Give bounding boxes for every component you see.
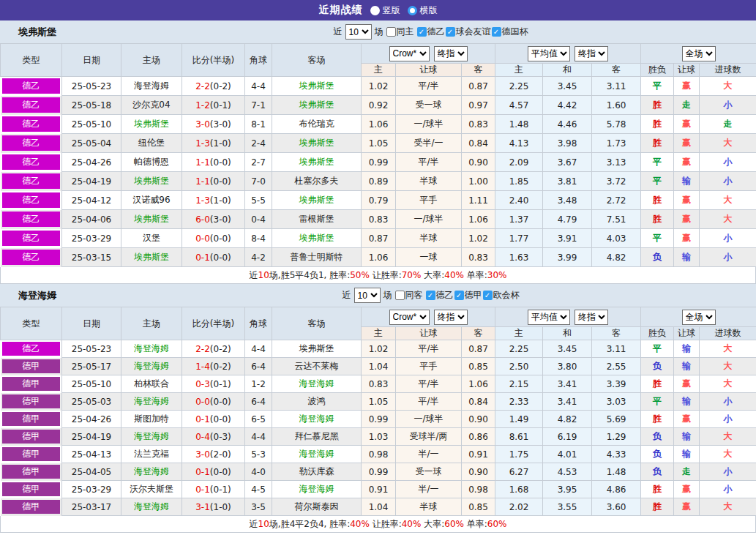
result-goals: 大 xyxy=(700,446,756,463)
match-date: 25-04-19 xyxy=(62,428,121,446)
results-table: 类型 日期 主场 比分(半场) 角球 客场 Crow* 终指 平均值 xyxy=(0,43,756,267)
home-team: 沃尔夫斯堡 xyxy=(121,481,182,498)
league-badge: 德乙 xyxy=(2,342,61,356)
handicap-home-odds: 1.03 xyxy=(362,428,396,446)
league-filter[interactable]: ✓球会友谊 xyxy=(446,26,491,38)
away-team: 勒沃库森 xyxy=(272,463,362,481)
same-venue-label[interactable]: 同主 xyxy=(397,26,414,38)
league-badge: 德乙 xyxy=(2,212,61,227)
league-filter[interactable]: ✓德甲 xyxy=(454,289,482,302)
match-date: 25-05-23 xyxy=(62,77,121,96)
summary-segment: 50% xyxy=(350,270,370,280)
column-header-date: 日期 xyxy=(62,307,121,340)
league-check-label[interactable]: 德国杯 xyxy=(502,26,528,38)
bookmaker-select[interactable]: Crow* xyxy=(389,46,430,61)
league-check-label[interactable]: 德甲 xyxy=(465,289,482,302)
result-handicap: 赢 xyxy=(674,210,700,229)
checkbox-checked-icon[interactable]: ✓ xyxy=(426,291,435,300)
away-team: 埃弗斯堡 xyxy=(272,96,362,115)
league-filter[interactable]: ✓德乙 xyxy=(417,26,445,38)
home-team-name: 海登海姆 xyxy=(134,501,169,512)
score: 0-1(0-0) xyxy=(182,411,245,428)
same-venue-filter[interactable]: 同主 xyxy=(386,26,414,38)
away-team: 埃弗斯堡 xyxy=(272,340,362,358)
filter-near-label: 近 xyxy=(334,26,343,38)
radio-vertical-label[interactable]: 竖版 xyxy=(383,4,400,17)
away-team-name: 布伦瑞克 xyxy=(299,119,334,129)
checkbox-checked-icon[interactable]: ✓ xyxy=(492,27,501,37)
home-team: 沙尔克04 xyxy=(121,96,182,115)
result-goals: 小 xyxy=(700,411,756,428)
league-check-label[interactable]: 德乙 xyxy=(436,289,454,302)
league-filter[interactable]: ✓德国杯 xyxy=(492,26,528,38)
checkbox-checked-icon[interactable]: ✓ xyxy=(454,291,464,300)
halftime-score: (0-0) xyxy=(210,252,231,263)
halftime-score: (0-0) xyxy=(210,397,231,407)
filter-games-label: 场 xyxy=(375,26,383,38)
home-team: 斯图加特 xyxy=(121,411,182,428)
games-count-select[interactable]: 10 xyxy=(345,24,372,40)
avg-home-odds: 8.61 xyxy=(495,428,543,446)
halftime-score: (0-1) xyxy=(210,379,231,389)
result-handicap: 输 xyxy=(674,446,700,463)
average-odds-select[interactable]: 平均值 xyxy=(528,310,570,325)
handicap-home-odds: 0.83 xyxy=(362,210,396,229)
result-handicap: 赢 xyxy=(674,375,700,393)
sections-container: 埃弗斯堡 近 10 场 同主 ✓德乙✓球会友谊✓德国杯 xyxy=(0,20,756,533)
layout-radio-horizontal[interactable]: 横版 xyxy=(408,4,438,17)
average-odds-select[interactable]: 平均值 xyxy=(528,46,570,61)
summary-segment: 30% xyxy=(487,270,507,280)
fulltime-score: 1-4 xyxy=(195,362,210,372)
same-venue-filter[interactable]: 同客 xyxy=(395,289,423,302)
league-check-label[interactable]: 欧会杯 xyxy=(493,289,520,302)
full-match-select[interactable]: 全场 xyxy=(682,46,716,61)
league-filter[interactable]: ✓德乙 xyxy=(426,289,454,302)
bookmaker-select[interactable]: Crow* xyxy=(389,310,430,325)
match-row: 德乙25-05-23海登海姆2-2(0-2)4-4埃弗斯堡1.02平/半0.87… xyxy=(1,77,756,96)
checkbox-unchecked-icon[interactable] xyxy=(395,291,405,300)
league-checks: ✓德乙✓球会友谊✓德国杯 xyxy=(417,26,528,38)
score: 1-2(0-1) xyxy=(182,96,245,115)
result-goals: 大 xyxy=(700,358,756,375)
checkbox-checked-icon[interactable]: ✓ xyxy=(417,27,427,37)
radio-horizontal-label[interactable]: 横版 xyxy=(420,4,438,17)
checkbox-unchecked-icon[interactable] xyxy=(386,27,396,37)
checkbox-checked-icon[interactable]: ✓ xyxy=(446,27,455,37)
result-handicap: 输 xyxy=(674,248,700,267)
result-handicap: 赢 xyxy=(674,191,700,210)
league-filter[interactable]: ✓欧会杯 xyxy=(483,289,520,302)
radio-unselected-icon[interactable] xyxy=(408,6,417,15)
final-odds-select-2[interactable]: 终指 xyxy=(575,310,608,325)
home-team: 海登海姆 xyxy=(121,77,182,96)
home-team-name: 斯图加特 xyxy=(134,414,169,424)
away-team-name: 云达不莱梅 xyxy=(295,361,339,371)
column-header-date: 日期 xyxy=(62,44,121,77)
final-odds-select[interactable]: 终指 xyxy=(434,310,468,325)
summary-segment: 大率: xyxy=(421,519,444,529)
summary-segment: 40% xyxy=(402,519,422,529)
fulltime-score: 0-1 xyxy=(195,414,210,424)
final-odds-select[interactable]: 终指 xyxy=(434,46,468,61)
result-goals: 走 xyxy=(700,115,756,134)
avg-away-odds: 3.72 xyxy=(592,172,641,191)
avg-away-odds: 4.86 xyxy=(592,481,641,498)
games-count-select[interactable]: 10 xyxy=(354,288,381,303)
checkbox-checked-icon[interactable]: ✓ xyxy=(483,291,493,300)
full-match-select[interactable]: 全场 xyxy=(682,310,716,325)
column-header-away: 客场 xyxy=(272,307,362,340)
radio-selected-icon[interactable] xyxy=(370,6,380,15)
column-header-corner: 角球 xyxy=(245,307,272,340)
final-odds-select-2[interactable]: 终指 xyxy=(575,46,608,61)
layout-radio-vertical[interactable]: 竖版 xyxy=(370,4,400,17)
league-check-label[interactable]: 球会友谊 xyxy=(456,26,491,38)
avg-home-odds: 1.48 xyxy=(495,115,543,134)
results-tbody: 德乙25-05-23海登海姆2-2(0-2)4-4埃弗斯堡1.02平/半0.87… xyxy=(1,77,756,267)
match-row: 德乙25-03-15埃弗斯堡0-1(0-0)4-2普鲁士明斯特1.06一球0.8… xyxy=(1,248,756,267)
column-header-type: 类型 xyxy=(1,307,62,340)
avg-home-odds: 4.13 xyxy=(495,134,543,153)
handicap-home-odds: 0.83 xyxy=(362,375,396,393)
handicap-line: 一/球半 xyxy=(396,411,462,428)
fulltime-score: 0-3 xyxy=(195,379,210,389)
league-check-label[interactable]: 德乙 xyxy=(427,26,445,38)
same-venue-label[interactable]: 同客 xyxy=(405,289,423,302)
